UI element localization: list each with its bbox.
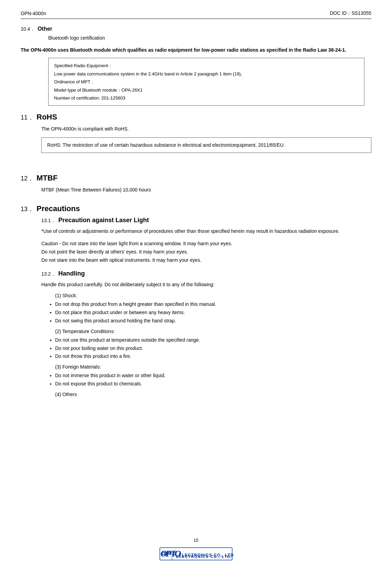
section-13-2: 13.2． Handling Handle this product caref…	[41, 270, 371, 397]
header-left: OPN-4000n	[21, 11, 46, 16]
group-foreign-list: Do not immerse this product in water or …	[55, 372, 371, 388]
section-13-1: 13.1． Precaution against Laser Light *Us…	[41, 217, 371, 264]
section-10-4-subtitle: Bluetooth logo certification	[48, 35, 371, 41]
svg-text:ELECTRONICS CO., LTD.: ELECTRONICS CO., LTD.	[179, 553, 234, 558]
section-10-4-intro: The OPN-4000n uses Bluetooth module whic…	[21, 46, 371, 54]
page: OPN-4000n DOC ID：SS13055 10.4． Other Blu…	[0, 0, 392, 569]
section-11-body: The OPN-4000n is compliant with RoHS. Ro…	[41, 125, 371, 153]
box-line-5: Number of certification: 201-125603	[54, 94, 359, 102]
page-header: OPN-4000n DOC ID：SS13055	[21, 10, 371, 19]
section-13-1-para-1: *Use of controls or adjustments or perfo…	[41, 227, 371, 236]
section-13-2-num: 13.2．	[41, 271, 55, 277]
group-shock-heading: (1) Shock:	[55, 293, 371, 298]
section-12-title: 12． MTBF	[21, 174, 371, 183]
page-number: 15	[194, 538, 198, 543]
opto-electronics-logo: OPTO OPTO ELECTRONICS CO., LTD. O P T O …	[158, 545, 234, 562]
section-13-1-label: Precaution against Laser Light	[58, 217, 149, 224]
foreign-item-2: Do not expose this product to chemicals.	[55, 380, 371, 388]
section-13-num: 13．	[21, 205, 34, 213]
section-10-4-num: 10.4．	[21, 26, 35, 32]
section-13-1-para-2: Caution - Do not stare into the laser li…	[41, 240, 371, 264]
temp-item-1: Do not use this product at temperatures …	[55, 336, 371, 344]
section-12-body-text: MTBF (Mean Time Between Failures) 10,000…	[41, 186, 371, 194]
section-13-2-title: 13.2． Handling	[41, 270, 371, 277]
section-13-label: Precautions	[37, 204, 80, 213]
group-temp-list: Do not use this product at temperatures …	[55, 336, 371, 361]
box-line-1: Specified Radio Equipment：	[54, 62, 359, 70]
section-10-4-title: 10.4． Other	[21, 26, 371, 32]
section-10-4-label: Other	[38, 26, 52, 32]
section-12-num: 12．	[21, 174, 34, 183]
group-foreign-heading: (3) Foreign Materials:	[55, 364, 371, 370]
logo-container: OPTO OPTO ELECTRONICS CO., LTD. O P T O …	[158, 545, 234, 562]
section-13-2-intro: Handle this product carefully. Do not de…	[41, 281, 371, 289]
section-10-4: 10.4． Other Bluetooth logo certification	[21, 26, 371, 41]
shock-item-3: Do not swing this product around holding…	[55, 317, 371, 325]
foreign-item-1: Do not immerse this product in water or …	[55, 372, 371, 380]
section-10-4-box: Specified Radio Equipment： Low power dat…	[48, 58, 364, 106]
temp-item-2: Do not pour boiling water on this produc…	[55, 344, 371, 353]
section-12: 12． MTBF MTBF (Mean Time Between Failure…	[21, 174, 371, 194]
section-13-1-num: 13.1．	[41, 218, 55, 224]
box-line-2: Low power data communications system in …	[54, 70, 359, 78]
svg-text:U: U	[171, 557, 173, 560]
section-13-title: 13． Precautions	[21, 204, 371, 213]
section-13-2-label: Handling	[58, 270, 85, 277]
shock-item-1: Do not drop this product from a height g…	[55, 300, 371, 309]
box-line-3: Ordinance of MPT．	[54, 78, 359, 86]
section-11-title: 11． RoHS	[21, 113, 371, 122]
section-11-body-text: The OPN-4000n is compliant with RoHS.	[41, 125, 371, 133]
section-11-num: 11．	[21, 113, 34, 122]
section-12-label: MTBF	[37, 174, 58, 183]
section-11: 11． RoHS The OPN-4000n is compliant with…	[21, 113, 371, 153]
rohs-box: RoHS: The restriction of use of certain …	[41, 137, 371, 153]
page-footer: 15 OPTO OPTO ELECTRONICS CO., LTD. O P T…	[0, 538, 392, 562]
group-shock-list: Do not drop this product from a height g…	[55, 300, 371, 325]
shock-item-2: Do not place this product under or betwe…	[55, 309, 371, 317]
group-others-heading: (4) Others	[55, 392, 371, 397]
section-12-body: MTBF (Mean Time Between Failures) 10,000…	[41, 186, 371, 194]
box-line-4: Model type of Bluetooth module：OPA-26X1	[54, 86, 359, 94]
temp-item-3: Do not throw this product into a fire.	[55, 352, 371, 361]
header-right: DOC ID：SS13055	[330, 10, 371, 17]
section-13-1-title: 13.1． Precaution against Laser Light	[41, 217, 371, 224]
section-11-label: RoHS	[37, 113, 57, 122]
group-temp-heading: (2) Temperature Conditions:	[55, 329, 371, 334]
section-13: 13． Precautions 13.1． Precaution against…	[21, 204, 371, 397]
